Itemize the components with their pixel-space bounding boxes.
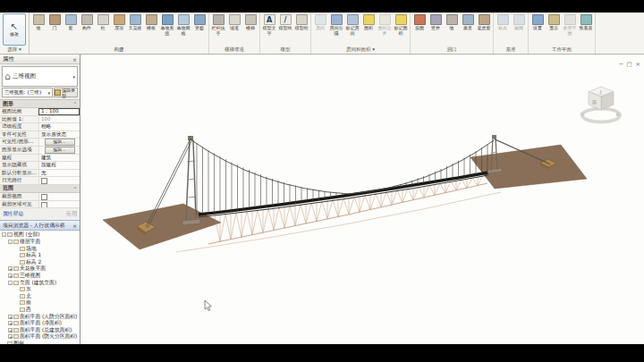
expand-icon[interactable]: +: [8, 321, 13, 325]
collapse-chevron-icon[interactable]: ^: [73, 101, 77, 106]
ribbon-button-area[interactable]: 面积: [360, 13, 377, 31]
tree-item[interactable]: +天花板平面: [2, 265, 80, 273]
collapse-icon[interactable]: -: [8, 281, 13, 285]
minimize-icon[interactable]: ─: [619, 62, 623, 68]
edit-button[interactable]: 编辑...: [45, 139, 75, 146]
collapse-chevron-icon[interactable]: ^: [73, 186, 77, 191]
property-value[interactable]: 粗略: [38, 123, 80, 130]
expand-icon[interactable]: +: [8, 315, 13, 319]
ribbon-button-model-text[interactable]: A模型文字: [261, 13, 277, 37]
chevron-down-icon[interactable]: ▾: [47, 90, 50, 96]
checkbox[interactable]: [41, 178, 47, 184]
ribbon-button-component[interactable]: 构件: [79, 13, 95, 31]
collapse-icon[interactable]: -: [2, 232, 6, 237]
ribbon-button-shaft-opening[interactable]: 竖井: [428, 13, 444, 31]
property-value[interactable]: 显示原状态: [38, 131, 80, 139]
property-value[interactable]: [38, 177, 80, 184]
property-value[interactable]: 编辑...: [38, 139, 80, 146]
close-icon[interactable]: ×: [72, 223, 77, 229]
ribbon-button-wall-opening[interactable]: 墙: [444, 13, 460, 31]
property-value[interactable]: 1 : 100: [38, 108, 80, 115]
compass-tick[interactable]: [616, 113, 620, 116]
property-value[interactable]: 100: [38, 116, 80, 123]
ribbon-button-set-workplane[interactable]: 设置: [530, 13, 546, 31]
main-cables[interactable]: [191, 139, 494, 194]
ribbon-button-vertical-opening[interactable]: 垂直: [460, 13, 476, 31]
properties-grid: 图形^视图比例1 : 100比例值 1:100详细程度粗略零件可见性显示原状态可…: [0, 99, 80, 208]
modify-button[interactable]: ↖ 修改: [3, 13, 26, 46]
ribbon-button-dormer-opening[interactable]: 老虎窗: [476, 13, 492, 31]
property-value[interactable]: 编辑...: [38, 147, 80, 154]
ribbon-button-tag-room[interactable]: 标记房间: [344, 13, 360, 37]
tree-item[interactable]: 东: [2, 286, 80, 293]
drawing-area[interactable]: ─ □ ×: [80, 55, 644, 344]
ribbon-button-wall[interactable]: 墙: [30, 13, 47, 31]
expand-icon[interactable]: +: [8, 266, 13, 271]
ribbon-button-ceiling[interactable]: 天花板: [127, 13, 143, 31]
property-value[interactable]: 建筑: [38, 155, 80, 162]
properties-titlebar[interactable]: 属性 ×: [0, 55, 80, 64]
tree-item[interactable]: -立面 (建筑立面): [2, 279, 80, 286]
collapse-icon[interactable]: -: [8, 240, 13, 244]
ribbon-button-column[interactable]: 柱: [95, 13, 111, 31]
ribbon-panel-label[interactable]: 基准: [495, 46, 527, 54]
ribbon-panel-label[interactable]: 房间和面积 ▾: [312, 46, 409, 54]
ribbon-button-ramp[interactable]: 坡道: [226, 13, 242, 31]
project-browser-titlebar[interactable]: 项目浏览器 - 人行玻璃吊桥 ×: [0, 220, 80, 231]
property-value[interactable]: [38, 201, 80, 208]
tree-item[interactable]: 南: [2, 299, 80, 307]
checkbox[interactable]: [41, 202, 47, 208]
instance-selector[interactable]: 三维视图: {三维} ▾: [2, 88, 53, 97]
ribbon-panel-label[interactable]: 构建: [30, 46, 208, 54]
ribbon-button-model-group[interactable]: 模型组: [293, 13, 309, 31]
chevron-down-icon[interactable]: ▾: [72, 74, 75, 80]
tree-item[interactable]: -视图 (全部): [2, 232, 80, 239]
close-icon[interactable]: ×: [72, 56, 77, 63]
ribbon-button-roof[interactable]: 屋顶: [111, 13, 127, 31]
ribbon-button-curtain-grid[interactable]: 幕墙网格: [175, 13, 191, 37]
expand-icon[interactable]: +: [8, 328, 13, 333]
ribbon-button-window[interactable]: 窗: [63, 13, 79, 31]
ribbon-panel-label[interactable]: 工作平面: [530, 46, 594, 54]
ribbon-button-room-separator[interactable]: 房间分隔: [328, 13, 344, 37]
compass-tick[interactable]: [580, 113, 584, 116]
ribbon-button-show-workplane[interactable]: 显示: [546, 13, 562, 31]
left-ground-plane[interactable]: [103, 204, 221, 249]
ribbon-button-stair[interactable]: 楼梯: [242, 13, 258, 31]
edit-type-button[interactable]: 编辑类型: [54, 88, 78, 97]
ribbon-group-label-select[interactable]: 选择 ▾: [1, 46, 28, 54]
tree-item[interactable]: 北: [2, 292, 80, 299]
ribbon-panel-label[interactable]: 洞口: [411, 46, 492, 54]
ribbon-panel-label[interactable]: 模型: [261, 46, 309, 54]
ribbon-button-tag-area[interactable]: 标记面积: [393, 13, 409, 37]
property-section-header[interactable]: 图形^: [0, 100, 80, 108]
edit-button[interactable]: 编辑...: [45, 147, 75, 154]
tree-spacer: [14, 307, 19, 312]
ribbon-panel-label[interactable]: 楼梯坡道: [210, 46, 258, 54]
ribbon-button-opening-by-face[interactable]: 按面: [411, 13, 428, 31]
restore-icon[interactable]: □: [626, 62, 631, 68]
ribbon-button-door[interactable]: 门: [47, 13, 63, 31]
property-value[interactable]: 按规程: [38, 162, 80, 169]
ribbon-button-mullion[interactable]: 竖梃: [191, 13, 208, 31]
viewcube[interactable]: 上 前: [580, 87, 620, 122]
ribbon-button-viewer[interactable]: 查看器: [578, 13, 594, 31]
property-value[interactable]: [38, 193, 80, 200]
ribbon-button-floor[interactable]: 楼板: [143, 13, 159, 31]
apply-button[interactable]: 应用: [66, 210, 77, 218]
ribbon-button-curtain-system[interactable]: 幕墙系统: [159, 13, 175, 37]
tree-item[interactable]: -楼层平面: [2, 239, 80, 246]
expand-icon[interactable]: +: [8, 274, 13, 278]
ribbon-button-label: 模型文字: [261, 26, 277, 37]
checkbox[interactable]: [41, 194, 47, 200]
close-icon[interactable]: ×: [636, 62, 640, 68]
model-view[interactable]: 上 前: [80, 55, 644, 344]
property-value[interactable]: 无: [38, 170, 80, 177]
ribbon-button-model-line[interactable]: /模型线: [277, 13, 293, 31]
ribbon-button-railing[interactable]: 栏杆扶手: [210, 13, 226, 37]
property-section-header[interactable]: 范围^: [0, 185, 80, 193]
right-ground-plane[interactable]: [470, 145, 587, 189]
properties-help-link[interactable]: 属性帮助: [3, 210, 23, 218]
type-selector[interactable]: ⌂ 三维视图 ▾: [2, 66, 78, 87]
expand-icon[interactable]: +: [8, 334, 13, 339]
